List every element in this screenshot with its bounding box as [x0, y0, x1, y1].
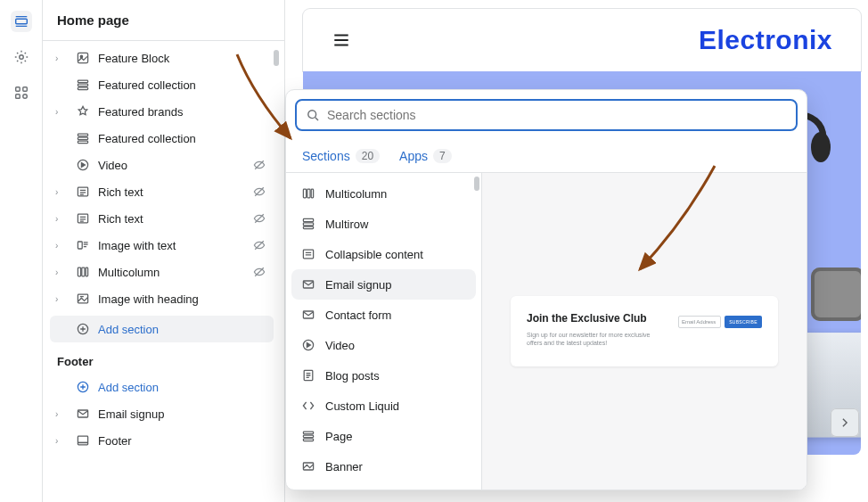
section-type-list[interactable]: Multicolumn Multirow Collapsible content…	[286, 173, 482, 490]
svg-rect-18	[78, 267, 80, 276]
section-option[interactable]: Multirow	[291, 209, 476, 239]
chevron-icon: ›	[55, 53, 68, 63]
search-sections-field[interactable]	[295, 99, 798, 131]
svg-rect-19	[82, 267, 85, 276]
blog-icon	[300, 367, 316, 383]
chevron-icon: ›	[55, 187, 68, 197]
tab-sections[interactable]: Sections 20	[300, 142, 381, 172]
svg-point-28	[308, 111, 316, 119]
section-option-label: Multirow	[325, 218, 368, 231]
tree-item[interactable]: Featured collection	[50, 71, 274, 98]
svg-rect-41	[303, 435, 313, 437]
tree-item[interactable]: › Rich text	[50, 178, 274, 205]
tree-item[interactable]: › Feature Block	[50, 45, 274, 71]
preview-card-title: Join the Exclusive Club	[527, 312, 664, 325]
collection-icon	[75, 77, 91, 93]
tree-item-label: Featured collection	[98, 132, 268, 145]
hero-next-button[interactable]	[831, 408, 859, 437]
video-icon	[300, 337, 316, 353]
plus-circle-icon	[75, 321, 91, 337]
speaker-image	[811, 267, 861, 321]
tree-item[interactable]: › Image with text	[50, 232, 274, 259]
tree-item[interactable]: › Featured brands	[50, 98, 274, 125]
svg-point-27	[811, 132, 831, 162]
section-option[interactable]: Multicolumn	[291, 178, 476, 209]
tree-item-label: Featured brands	[98, 105, 268, 119]
hidden-icon[interactable]	[252, 158, 268, 172]
tab-sections-count: 20	[356, 149, 380, 163]
section-option-label: Banner	[325, 460, 363, 473]
hidden-icon[interactable]	[252, 238, 268, 252]
text-icon	[75, 210, 91, 226]
footer-icon	[75, 432, 91, 449]
email-icon	[300, 276, 316, 292]
svg-rect-11	[78, 134, 87, 136]
tree-item[interactable]: Video	[50, 152, 274, 178]
section-option[interactable]: Collapsible content	[291, 239, 476, 269]
nav-rail	[0, 0, 43, 502]
brand-logo: Electronix	[699, 25, 832, 55]
section-tree: › Feature Block Featured collection › Fe…	[43, 41, 284, 316]
hidden-icon[interactable]	[252, 211, 268, 226]
section-option[interactable]: Blog posts	[291, 360, 476, 391]
chevron-icon: ›	[55, 409, 68, 419]
hidden-icon[interactable]	[252, 185, 268, 199]
svg-rect-33	[303, 223, 313, 226]
section-list-scrollbar[interactable]	[474, 177, 479, 191]
tree-item-label: Video	[98, 159, 245, 172]
section-option[interactable]: Video	[291, 330, 476, 360]
chevron-icon: ›	[55, 294, 68, 304]
section-option[interactable]: Contact form	[291, 300, 476, 330]
tree-item-label: Email signup	[98, 407, 268, 421]
svg-rect-17	[78, 242, 82, 249]
rail-settings-icon[interactable]	[11, 46, 32, 68]
brands-icon	[75, 103, 91, 119]
page-title: Home page	[43, 0, 284, 41]
sidebar-scrollbar[interactable]	[274, 50, 279, 66]
tree-item[interactable]: › Image with heading	[50, 285, 274, 312]
hidden-icon[interactable]	[252, 265, 268, 279]
svg-point-5	[22, 95, 27, 99]
section-option-label: Email signup	[325, 278, 391, 292]
svg-rect-34	[303, 226, 313, 228]
svg-rect-9	[78, 84, 87, 86]
search-input[interactable]	[327, 108, 787, 122]
svg-rect-20	[86, 267, 87, 276]
section-option[interactable]: Email signup	[291, 269, 476, 300]
footer-add-section-button[interactable]: Add section	[50, 374, 274, 400]
tab-apps-label: Apps	[399, 149, 428, 163]
svg-rect-36	[303, 281, 313, 288]
rail-layers-icon[interactable]	[11, 11, 32, 32]
preview-canvas: Electronix	[285, 0, 868, 502]
section-option-label: Blog posts	[325, 369, 380, 383]
section-option[interactable]: Page	[291, 421, 476, 451]
section-option[interactable]: Feature Block	[291, 481, 476, 490]
tab-apps[interactable]: Apps 7	[397, 142, 454, 172]
tree-item[interactable]: Featured collection	[50, 125, 274, 152]
tree-item[interactable]: › Rich text	[50, 205, 274, 232]
chevron-icon: ›	[55, 107, 68, 117]
tree-item[interactable]: › Multicolumn	[50, 259, 274, 285]
section-option-label: Custom Liquid	[325, 399, 399, 413]
section-picker-popover: Sections 20 Apps 7 Multicolumn Multirow …	[285, 89, 807, 490]
hamburger-icon[interactable]	[332, 30, 351, 50]
svg-rect-30	[307, 189, 310, 198]
section-option[interactable]: Banner	[291, 451, 476, 481]
liquid-icon	[300, 398, 316, 414]
feature-icon	[300, 489, 316, 490]
svg-rect-2	[15, 87, 20, 92]
add-section-button[interactable]: Add section	[50, 316, 274, 342]
section-option-label: Collapsible content	[325, 248, 423, 261]
tree-item[interactable]: › Footer	[50, 427, 274, 454]
section-option[interactable]: Custom Liquid	[291, 391, 476, 421]
page-icon	[300, 428, 316, 444]
svg-rect-29	[303, 189, 306, 198]
svg-rect-42	[303, 439, 313, 440]
multicolumn-icon	[300, 185, 316, 202]
collapsible-icon	[300, 246, 316, 262]
rail-apps-icon[interactable]	[11, 82, 32, 103]
text-icon	[75, 184, 91, 200]
tree-item[interactable]: › Email signup	[50, 400, 274, 427]
preview-subscribe-button: SUBSCRIBE	[725, 316, 762, 328]
svg-rect-40	[303, 432, 313, 433]
